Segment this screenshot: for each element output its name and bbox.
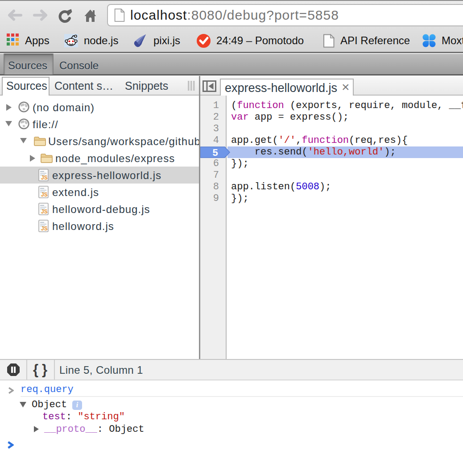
svg-text:JS: JS [41,175,48,181]
svg-text:5: 5 [212,148,218,158]
svg-text:JS: JS [41,225,48,232]
svg-text:JS: JS [41,192,48,198]
svg-text:JS: JS [41,209,48,215]
